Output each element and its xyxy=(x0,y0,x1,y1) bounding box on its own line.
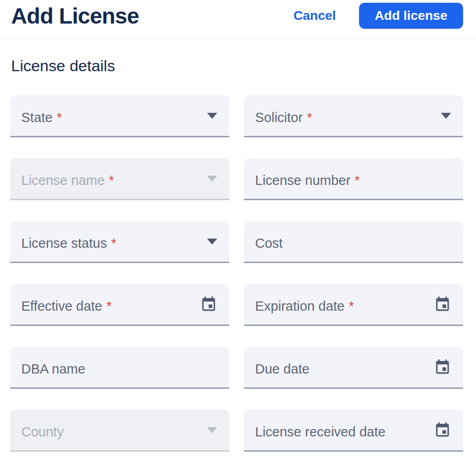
field-expiration-date[interactable]: Expiration date * xyxy=(244,284,463,326)
field-label: Effective date xyxy=(21,299,102,314)
calendar-icon[interactable] xyxy=(434,296,451,313)
required-asterisk: * xyxy=(348,299,354,314)
header-actions: Cancel Add license xyxy=(293,3,463,29)
field-state[interactable]: State * xyxy=(10,95,229,137)
chevron-down-icon xyxy=(207,113,217,119)
field-label: Cost xyxy=(255,236,283,251)
field-county: County xyxy=(10,410,229,452)
required-asterisk: * xyxy=(57,110,62,125)
field-license-received-date[interactable]: License received date xyxy=(244,410,463,452)
field-label: Solicitor xyxy=(255,110,303,125)
field-label: License number xyxy=(255,173,350,188)
form-grid: State * Solicitor * License name * Licen… xyxy=(10,95,463,452)
field-label: State xyxy=(21,110,53,125)
cancel-button[interactable]: Cancel xyxy=(293,8,336,23)
header: Add License Cancel Add license xyxy=(0,0,476,38)
field-label: Due date xyxy=(255,362,310,377)
field-license-name: License name * xyxy=(10,158,229,200)
calendar-icon[interactable] xyxy=(434,359,451,376)
required-asterisk: * xyxy=(354,173,360,188)
chevron-down-icon xyxy=(207,176,217,182)
field-effective-date[interactable]: Effective date * xyxy=(10,284,229,326)
add-license-button[interactable]: Add license xyxy=(359,3,463,29)
required-asterisk: * xyxy=(307,110,312,125)
section-title: License details xyxy=(11,57,463,75)
field-label: County xyxy=(21,424,64,440)
required-asterisk: * xyxy=(111,236,116,251)
calendar-icon[interactable] xyxy=(200,296,217,313)
field-label: License name xyxy=(21,173,105,188)
field-cost[interactable]: Cost xyxy=(244,221,463,263)
field-dba-name[interactable]: DBA name xyxy=(10,347,229,389)
field-solicitor[interactable]: Solicitor * xyxy=(244,95,463,137)
chevron-down-icon xyxy=(441,113,451,119)
field-label: DBA name xyxy=(21,362,85,377)
field-label: License received date xyxy=(255,424,385,440)
field-license-status[interactable]: License status * xyxy=(10,221,229,263)
page-title: Add License xyxy=(11,3,139,29)
required-asterisk: * xyxy=(109,173,114,188)
field-label: License status xyxy=(21,236,107,251)
chevron-down-icon xyxy=(207,239,217,245)
main-content: License details State * Solicitor * Lice… xyxy=(0,57,476,452)
required-asterisk: * xyxy=(106,299,111,314)
calendar-icon[interactable] xyxy=(434,422,451,439)
field-label: Expiration date xyxy=(255,299,344,314)
chevron-down-icon xyxy=(207,427,217,433)
field-license-number[interactable]: License number * xyxy=(244,158,463,200)
field-due-date[interactable]: Due date xyxy=(244,347,463,389)
